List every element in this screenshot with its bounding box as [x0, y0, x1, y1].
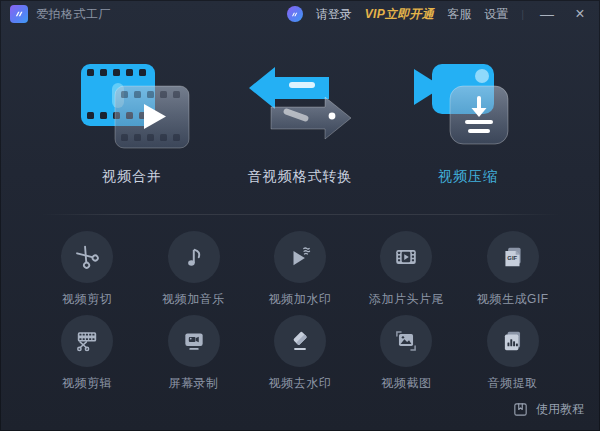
gif-icon-text: GIF — [507, 255, 517, 261]
footer: 使用教程 — [0, 395, 600, 431]
tutorial-button[interactable]: 使用教程 — [536, 401, 584, 418]
video-snapshot-icon — [380, 315, 432, 367]
film-scissors-icon — [61, 315, 113, 367]
feature-format-convert[interactable]: 音视频格式转换 — [216, 54, 384, 186]
feature-label: 视频压缩 — [438, 168, 498, 186]
tool-video-edit[interactable]: 视频剪辑 — [34, 315, 140, 395]
tool-add-intro-outro[interactable]: 添加片头片尾 — [353, 231, 459, 311]
tool-label: 视频剪辑 — [62, 375, 112, 392]
app-window: 爱拍格式工厂 请登录 VIP立即开通 客服 设置 | — × — [0, 0, 600, 431]
tool-label: 视频加音乐 — [162, 291, 225, 308]
feature-label: 音视频格式转换 — [248, 168, 353, 186]
vip-upgrade-button[interactable]: VIP立即开通 — [365, 6, 434, 23]
tutorial-book-icon — [512, 401, 529, 418]
app-title: 爱拍格式工厂 — [36, 6, 111, 23]
music-note-icon — [168, 231, 220, 283]
tool-label: 视频生成GIF — [477, 291, 549, 308]
close-button[interactable]: × — [570, 6, 590, 22]
tool-video-add-music[interactable]: 视频加音乐 — [140, 231, 246, 311]
eraser-icon — [274, 315, 326, 367]
tool-label: 视频去水印 — [269, 375, 332, 392]
feature-cards: 视频合并 音视频格式转换 — [0, 28, 600, 208]
user-avatar[interactable] — [287, 6, 303, 22]
login-button[interactable]: 请登录 — [316, 6, 352, 23]
feature-label: 视频合并 — [102, 168, 162, 186]
app-logo-icon — [10, 5, 28, 23]
tools-grid: 视频剪切 视频加音乐 — [0, 215, 600, 395]
tool-video-watermark[interactable]: 视频加水印 — [247, 231, 353, 311]
feature-video-compress[interactable]: 视频压缩 — [384, 54, 552, 186]
minimize-button[interactable]: — — [537, 7, 557, 21]
tool-label: 音频提取 — [488, 375, 538, 392]
filmstrip-play-icon — [380, 231, 432, 283]
titlebar-actions: 请登录 VIP立即开通 客服 设置 | — × — [287, 6, 590, 23]
titlebar: 爱拍格式工厂 请登录 VIP立即开通 客服 设置 | — × — [0, 0, 600, 28]
tool-label: 视频截图 — [381, 375, 431, 392]
play-watermark-icon — [274, 231, 326, 283]
tool-video-cut[interactable]: 视频剪切 — [34, 231, 140, 311]
film-merge-icon — [71, 54, 193, 158]
tool-label: 视频加水印 — [269, 291, 332, 308]
audio-extract-icon — [487, 315, 539, 367]
feature-video-merge[interactable]: 视频合并 — [48, 54, 216, 186]
support-button[interactable]: 客服 — [447, 6, 471, 23]
format-convert-arrows-icon — [239, 54, 361, 158]
scissors-icon — [61, 231, 113, 283]
tool-label: 视频剪切 — [62, 291, 112, 308]
tool-audio-extract[interactable]: 音频提取 — [460, 315, 566, 395]
tool-label: 屏幕录制 — [169, 375, 219, 392]
video-compress-icon — [407, 54, 529, 158]
tool-screen-record[interactable]: 屏幕录制 — [140, 315, 246, 395]
tool-video-to-gif[interactable]: GIF 视频生成GIF — [460, 231, 566, 311]
gif-file-icon: GIF — [487, 231, 539, 283]
tool-label: 添加片头片尾 — [369, 291, 444, 308]
titlebar-separator: | — [521, 8, 524, 20]
settings-button[interactable]: 设置 — [484, 6, 508, 23]
tool-video-snapshot[interactable]: 视频截图 — [353, 315, 459, 395]
screen-record-icon — [168, 315, 220, 367]
tool-remove-watermark[interactable]: 视频去水印 — [247, 315, 353, 395]
